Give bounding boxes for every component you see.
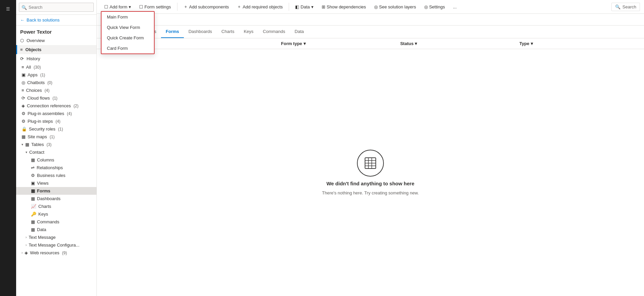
tab-dashboards[interactable]: Dashboards [184, 26, 217, 38]
tab-commands[interactable]: Commands [258, 26, 290, 38]
tree-item-contact[interactable]: ▾ Contact [16, 148, 96, 156]
tab-charts[interactable]: Charts [217, 26, 239, 38]
tree-item-cloud-flows[interactable]: ⟳ Cloud flows (1) [16, 94, 96, 102]
plugin-assemblies-icon: ⚙ [22, 111, 26, 116]
tree-item-text-message[interactable]: › Text Message [16, 233, 96, 241]
tree-item-text-message-config[interactable]: › Text Message Configura... [16, 241, 96, 249]
site-maps-icon: ▦ [22, 134, 26, 139]
show-dependencies-button[interactable]: ⊞ Show dependencies [318, 3, 369, 11]
see-solution-layers-button[interactable]: ◎ See solution layers [371, 3, 419, 11]
text-message-config-chevron-icon: › [26, 243, 27, 247]
settings-button[interactable]: ◎ Settings [421, 3, 448, 11]
form-settings-button[interactable]: ☐ Form settings [136, 3, 174, 11]
column-header-form-type[interactable]: Form type ▾ [281, 41, 400, 46]
cloud-flows-icon: ⟳ [22, 96, 25, 101]
toolbar: ☐ Add form ▾ Main Form Quick View Form Q… [97, 0, 644, 14]
keys-icon: 🔑 [31, 212, 36, 217]
tree-item-relationships[interactable]: ⇌ Relationships [16, 164, 96, 172]
tree-item-web-resources[interactable]: › ◈ Web resources (9) [16, 249, 96, 257]
tabs-bar: Business rules Views Forms Dashboards Ch… [97, 26, 644, 38]
empty-state: We didn't find anything to show here The… [97, 49, 644, 296]
tree-item-all[interactable]: ≡ All (30) [16, 63, 96, 71]
security-roles-icon: 🔒 [22, 126, 27, 132]
tree-item-keys[interactable]: 🔑 Keys [16, 210, 96, 218]
tree-item-apps[interactable]: ▣ Apps (1) [16, 71, 96, 79]
objects-icon: ≡ [20, 47, 23, 52]
search-icon: 🔍 [22, 5, 27, 10]
text-message-chevron-icon: › [26, 235, 27, 239]
sidebar-item-overview[interactable]: ⬡ Overview [16, 36, 96, 45]
tab-keys[interactable]: Keys [239, 26, 258, 38]
add-required-objects-button[interactable]: ＋ Add required objects [234, 2, 286, 11]
tree-item-columns[interactable]: ▦ Columns [16, 156, 96, 164]
commands-icon: ▦ [31, 219, 35, 224]
choices-icon: ≡ [22, 88, 24, 93]
sidebar-item-history[interactable]: ⟳ History [16, 54, 96, 63]
tree-item-business-rules[interactable]: ⚙ Business rules [16, 172, 96, 179]
column-header-status[interactable]: Status ▾ [400, 41, 520, 46]
dropdown-item-card-form[interactable]: Card Form [102, 43, 154, 53]
more-button[interactable]: ... [450, 3, 460, 11]
web-resources-chevron-icon: › [22, 251, 23, 255]
tree-item-charts[interactable]: 📈 Charts [16, 202, 96, 210]
add-required-icon: ＋ [237, 4, 241, 10]
tree-item-connection-refs[interactable]: ◈ Connection references (2) [16, 102, 96, 110]
search-input[interactable] [19, 3, 94, 12]
chatbots-icon: ◎ [22, 80, 25, 85]
add-form-icon: ☐ [104, 4, 108, 9]
data-btn-icon: ◧ [295, 4, 299, 9]
add-form-chevron-icon: ▾ [129, 4, 131, 9]
status-chevron-icon[interactable]: ▾ [415, 41, 417, 46]
dropdown-item-quick-view-form[interactable]: Quick View Form [102, 22, 154, 33]
data-button[interactable]: ◧ Data ▾ [292, 3, 317, 11]
form-type-chevron-icon[interactable]: ▾ [304, 41, 306, 46]
views-icon: ▣ [31, 181, 35, 186]
tree-item-dashboards[interactable]: ▦ Dashboards [16, 195, 96, 202]
all-icon: ≡ [22, 65, 24, 70]
tree-item-tables[interactable]: ▾ ▦ Tables (3) [16, 141, 96, 148]
search-wrap: 🔍 [19, 3, 94, 12]
tree-item-site-maps[interactable]: ▦ Site maps (1) [16, 133, 96, 141]
empty-state-subtitle: There's nothing here. Try creating somet… [322, 190, 419, 195]
breadcrumb: ... > Contact [97, 14, 644, 26]
history-icon: ⟳ [20, 56, 24, 61]
app-name: Power Textor [16, 26, 96, 36]
dropdown-item-main-form[interactable]: Main Form [102, 12, 154, 22]
back-to-solutions[interactable]: ← Back to solutions [16, 15, 96, 26]
tables-icon: ▦ [25, 142, 29, 147]
web-resources-icon: ◈ [25, 250, 28, 255]
tree-item-data[interactable]: ▦ Data [16, 226, 96, 233]
column-header-type[interactable]: Type ▾ [519, 41, 639, 46]
dropdown-item-quick-create-form[interactable]: Quick Create Form [102, 33, 154, 43]
main-content: ☐ Add form ▾ Main Form Quick View Form Q… [97, 0, 644, 296]
tree-item-plugin-assemblies[interactable]: ⚙ Plug-in assemblies (4) [16, 110, 96, 117]
global-search[interactable]: 🔍 Search [611, 3, 640, 11]
sidebar-item-objects[interactable]: ≡ Objects [16, 45, 96, 54]
tree-item-commands[interactable]: ▦ Commands [16, 218, 96, 226]
columns-icon: ▦ [31, 157, 35, 162]
tree-item-choices[interactable]: ≡ Choices (4) [16, 86, 96, 94]
add-form-button[interactable]: ☐ Add form ▾ [101, 3, 134, 11]
tables-chevron-icon: ▾ [22, 143, 23, 146]
global-search-icon: 🔍 [615, 4, 620, 9]
tree-item-security-roles[interactable]: 🔒 Security roles (1) [16, 125, 96, 133]
back-arrow-icon: ← [20, 17, 25, 23]
tree-item-chatbots[interactable]: ◎ Chatbots (0) [16, 79, 96, 86]
tab-data[interactable]: Data [290, 26, 309, 38]
charts-icon: 📈 [31, 204, 36, 209]
forms-icon: ▦ [31, 188, 35, 193]
tree-item-plugin-steps[interactable]: ⚙ Plug-in steps (4) [16, 117, 96, 125]
form-settings-icon: ☐ [139, 4, 143, 9]
data-icon: ▦ [31, 227, 35, 232]
tree-item-forms[interactable]: ▦ Forms [16, 187, 96, 195]
tab-forms[interactable]: Forms [161, 26, 184, 38]
add-subcomponents-button[interactable]: ＋ Add subcomponents [180, 2, 233, 11]
left-rail: ☰ [0, 0, 16, 296]
tree-item-views[interactable]: ▣ Views [16, 179, 96, 187]
connection-refs-icon: ◈ [22, 103, 25, 108]
data-chevron-icon: ▾ [311, 4, 314, 9]
business-rules-icon: ⚙ [31, 173, 35, 178]
hamburger-icon[interactable]: ☰ [2, 3, 14, 15]
type-chevron-icon[interactable]: ▾ [531, 41, 533, 46]
overview-icon: ⬡ [20, 38, 24, 43]
